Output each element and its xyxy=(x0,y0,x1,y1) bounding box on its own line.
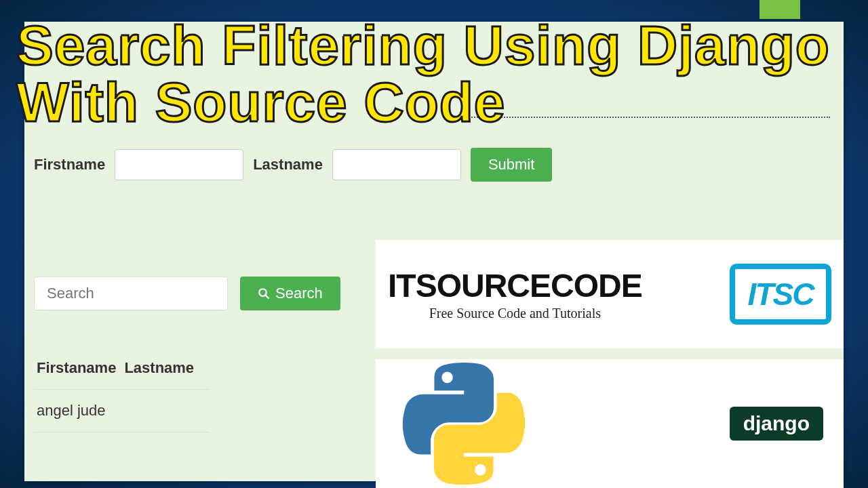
headline-line1: Search Filtering Using Django xyxy=(16,14,830,76)
cell-lastname xyxy=(121,390,209,432)
svg-line-1 xyxy=(265,295,269,298)
promo-itsourcecode: ITSOURCECODE Free Source Code and Tutori… xyxy=(376,240,844,348)
col-firstname: Firstaname xyxy=(34,347,121,390)
submit-button[interactable]: Submit xyxy=(471,148,552,182)
name-form: Firstname Lastname Submit xyxy=(34,148,552,182)
headline: Search Filtering Using Django With Sourc… xyxy=(16,19,830,129)
col-lastname: Lastname xyxy=(121,347,209,390)
lastname-input[interactable] xyxy=(332,149,461,180)
table-header-row: Firstaname Lastname xyxy=(34,347,210,390)
lastname-label: Lastname xyxy=(253,156,323,174)
svg-point-0 xyxy=(259,289,267,296)
django-label: django xyxy=(743,412,810,435)
promo-title: ITSOURCECODE xyxy=(388,267,642,304)
django-badge: django xyxy=(730,407,823,441)
search-button-label: Search xyxy=(275,285,323,302)
headline-line2: With Source Code xyxy=(16,76,830,129)
firstname-label: Firstname xyxy=(34,156,105,174)
firstname-input[interactable] xyxy=(115,149,243,180)
table-row: angel jude xyxy=(34,390,210,432)
search-input[interactable] xyxy=(34,277,228,310)
cell-firstname: angel jude xyxy=(34,390,121,432)
submit-button-label: Submit xyxy=(488,156,534,174)
promo-text: ITSOURCECODE Free Source Code and Tutori… xyxy=(388,267,642,321)
results-table: Firstaname Lastname angel jude xyxy=(34,347,210,432)
itsc-badge: ITSC xyxy=(730,264,831,325)
python-logo-icon xyxy=(396,363,532,485)
promo-python-django: django xyxy=(376,359,844,488)
search-button[interactable]: Search xyxy=(240,277,340,310)
promo-subtitle: Free Source Code and Tutorials xyxy=(388,306,642,321)
search-icon xyxy=(258,287,270,300)
search-form: Search xyxy=(34,277,340,310)
